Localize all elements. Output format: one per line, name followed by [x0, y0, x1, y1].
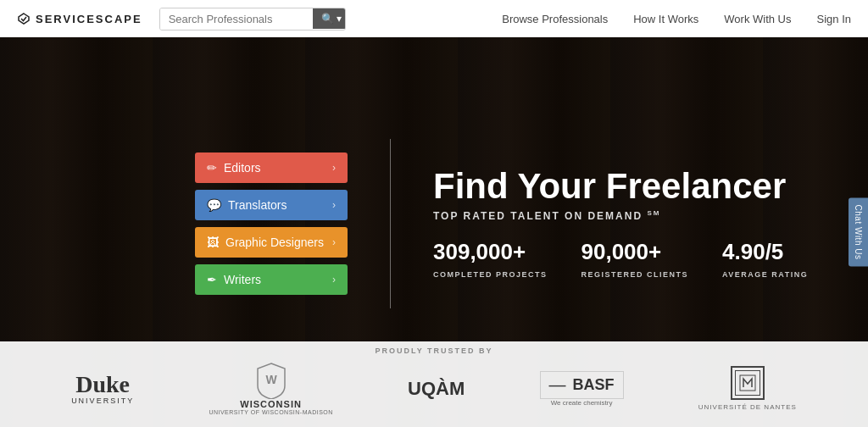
wisconsin-logo: W WISCONSIN UNIVERSITY OF WISCONSIN-MADI… [209, 362, 332, 415]
designers-icon: 🖼 [207, 236, 219, 249]
stat-projects-label: COMPLETED PROJECTS [433, 270, 548, 279]
graphic-designers-button[interactable]: 🖼 Graphic Designers › [195, 227, 348, 258]
wisconsin-sub: UNIVERSITY OF WISCONSIN-MADISON [209, 409, 332, 415]
writers-chevron: › [332, 274, 336, 286]
nantes-emblem-icon [738, 374, 757, 392]
search-dropdown-icon: ▾ [337, 13, 342, 25]
basf-dash: — [549, 375, 566, 395]
stat-clients: 90,000+ REGISTERED CLIENTS [581, 239, 689, 280]
nantes-box [731, 366, 765, 400]
writers-button[interactable]: ✒ Writers › [195, 264, 348, 295]
search-button[interactable]: 🔍 ▾ [313, 8, 346, 29]
basf-sub: We create chemistry [551, 399, 613, 407]
stat-rating: 4.90/5 AVERAGE RATING [722, 239, 808, 280]
hero-content: Find Your Freelancer TOP RATED TALENT ON… [433, 167, 808, 280]
trusted-section: PROUDLY TRUSTED BY Duke UNIVERSITY W WIS… [0, 341, 868, 427]
editors-button[interactable]: ✏ Editors › [195, 152, 348, 183]
service-mark: SM [647, 209, 660, 217]
writers-label: Writers [224, 273, 261, 286]
writers-icon: ✒ [207, 273, 217, 286]
uqam-logo: UQÀM [408, 378, 465, 400]
hero-tagline: TOP RATED TALENT ON DEMAND SM [433, 209, 808, 222]
wisconsin-shield-icon: W [256, 362, 287, 399]
nantes-name: UNIVERSITÉ DE NANTES [698, 403, 797, 411]
duke-logo: Duke UNIVERSITY [71, 373, 134, 405]
search-input[interactable] [160, 8, 313, 30]
editors-chevron: › [332, 162, 336, 174]
translators-button[interactable]: 💬 Translators › [195, 190, 348, 220]
uqam-name: UQÀM [408, 378, 465, 400]
editors-label: Editors [224, 161, 261, 175]
svg-text:W: W [265, 373, 277, 386]
header: SERVICESCAPE 🔍 ▾ Browse Professionals Ho… [0, 0, 868, 37]
stat-projects-number: 309,000+ [433, 239, 548, 265]
main-nav: Browse Professionals How It Works Work W… [502, 13, 851, 25]
logo[interactable]: SERVICESCAPE [17, 12, 142, 25]
stat-rating-label: AVERAGE RATING [722, 270, 808, 279]
hero-headline: Find Your Freelancer [433, 167, 808, 206]
editors-icon: ✏ [207, 161, 217, 175]
designers-label: Graphic Designers [225, 236, 324, 249]
basf-name: BASF [573, 376, 615, 394]
tagline-text: TOP RATED TALENT ON DEMAND [433, 210, 643, 222]
hero-divider [390, 139, 391, 308]
stat-projects: 309,000+ COMPLETED PROJECTS [433, 239, 548, 280]
basf-logo: — BASF We create chemistry [540, 371, 624, 407]
trusted-logos: Duke UNIVERSITY W WISCONSIN UNIVERSITY O… [34, 362, 834, 415]
translators-label: Translators [228, 198, 287, 212]
hero-section: ✏ Editors › 💬 Translators › 🖼 Graphic De… [0, 37, 868, 427]
translators-chevron: › [332, 199, 336, 211]
search-icon: 🔍 [321, 13, 334, 25]
stat-rating-number: 4.90/5 [722, 239, 808, 265]
stats-row: 309,000+ COMPLETED PROJECTS 90,000+ REGI… [433, 239, 808, 280]
stat-clients-label: REGISTERED CLIENTS [581, 270, 689, 279]
nantes-inner [735, 370, 760, 396]
wisconsin-name: WISCONSIN [240, 399, 302, 409]
nav-sign-in[interactable]: Sign In [817, 13, 851, 25]
nav-work-with-us[interactable]: Work With Us [724, 13, 791, 25]
chat-with-us-button[interactable]: Chat With Us [849, 198, 868, 267]
logo-icon [17, 12, 31, 25]
designers-chevron: › [332, 236, 336, 248]
nantes-logo: UNIVERSITÉ DE NANTES [698, 366, 797, 411]
duke-sub: UNIVERSITY [71, 396, 134, 405]
logo-text: SERVICESCAPE [36, 13, 142, 25]
nav-browse-professionals[interactable]: Browse Professionals [502, 13, 608, 25]
search-form: 🔍 ▾ [159, 8, 346, 30]
nav-how-it-works[interactable]: How It Works [633, 13, 698, 25]
stat-clients-number: 90,000+ [581, 239, 689, 265]
translators-icon: 💬 [207, 198, 221, 212]
duke-name: Duke [75, 373, 130, 396]
basf-box: — BASF [540, 371, 624, 399]
trusted-label: PROUDLY TRUSTED BY [375, 347, 492, 355]
category-menu: ✏ Editors › 💬 Translators › 🖼 Graphic De… [195, 152, 348, 295]
